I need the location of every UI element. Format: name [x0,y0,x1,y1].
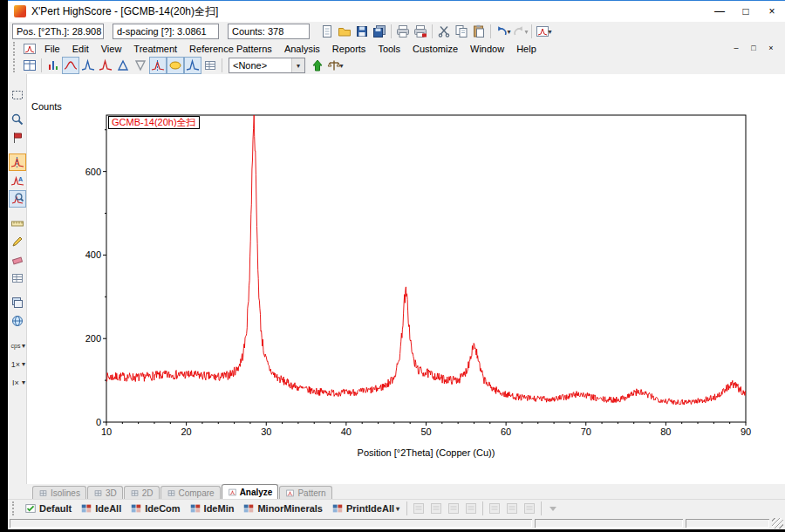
ideall-button[interactable]: IdeAll [76,501,126,516]
svg-text:60: 60 [501,426,511,437]
save-icon[interactable] [353,23,371,40]
toolbar-separator [222,58,222,72]
document-system-icon[interactable] [21,40,38,58]
overflow-icon[interactable] [544,500,562,517]
web-update-icon[interactable] [9,312,26,330]
redo-icon[interactable]: ▾ [511,23,529,40]
menu-file[interactable]: File [38,43,66,55]
undo-icon[interactable]: ▾ [494,23,511,40]
tool-2-icon[interactable] [427,500,445,517]
paste-icon[interactable] [470,23,488,40]
menu-treatment[interactable]: Treatment [127,43,183,55]
magnifier-glyph [10,113,24,126]
erase-icon[interactable] [9,251,26,269]
zoom-in-icon[interactable] [9,111,26,128]
printideall-button[interactable]: PrintIdeAll▾ [327,501,404,516]
tool-3-icon[interactable] [445,500,462,517]
menu-view[interactable]: View [95,43,128,55]
idecom-button[interactable]: IdeCom [126,501,184,516]
close-button[interactable]: × [759,1,785,22]
show-peaks-icon[interactable] [149,57,167,74]
tab-isolines[interactable]: Isolines [32,486,86,499]
peak-list-icon[interactable] [79,57,97,74]
accept-icon[interactable] [309,57,326,74]
dspacing-field[interactable]: d-spacing [?]: 3.0861 [113,24,219,39]
view-toolbar-grip [13,58,17,72]
draw-icon[interactable] [9,233,26,250]
copy-icon[interactable] [453,23,470,40]
svg-text:50: 50 [420,426,431,437]
minorminerals-button[interactable]: MinorMinerals [238,501,327,516]
cps-scale-icon[interactable]: cps▾ [9,337,26,354]
maximize-button[interactable]: □ [733,1,759,22]
tab-pattern[interactable]: Pattern [279,486,331,499]
preset-button-label: Default [39,503,72,514]
mdi-close-button[interactable]: × [764,43,778,54]
preset-button-label: PrintIdeAll [346,503,394,514]
svg-text:A: A [17,176,22,182]
position-field[interactable]: Pos. [°2Th.]: 28.908 [12,24,104,39]
view-tabstrip: Isolines3D2DCompareAnalyzePattern [8,484,785,499]
diffractogram-plot[interactable]: 1020304050607080900200400600 [27,74,785,484]
svg-text:I×: I× [12,379,19,387]
pattern-select-combo[interactable]: <None> ▾ [229,58,305,73]
tab-3d[interactable]: 3D [87,486,123,499]
save-workspace-icon[interactable] [371,23,388,40]
print-icon[interactable] [394,23,412,40]
tool-5-icon[interactable] [486,500,503,517]
counts-field[interactable]: Counts: 378 [228,24,310,39]
x-scale-icon[interactable]: 1×▾ [9,355,26,372]
tab-2d[interactable]: 2D [124,486,160,499]
menu-help[interactable]: Help [510,43,543,55]
tool-4-icon[interactable] [462,500,480,517]
open-icon[interactable] [336,23,353,40]
bars-glyph [46,58,60,72]
tool-6-icon[interactable] [503,500,521,517]
toolbar-separator [406,501,407,515]
mdi-restore-button[interactable]: □ [747,43,761,54]
delta-top-icon[interactable] [114,57,132,74]
menu-reference-patterns[interactable]: Reference Patterns [183,43,278,55]
layers-icon[interactable] [9,294,26,311]
tool-1-icon[interactable] [410,500,427,517]
label-peak-icon[interactable] [9,129,26,147]
weighting-icon[interactable]: ▾ [326,57,344,74]
grid-view-icon[interactable] [9,269,26,287]
new-document-icon[interactable] [318,23,336,40]
documents-view-icon[interactable] [21,57,38,74]
intensity-scale-icon[interactable]: I×▾ [9,373,26,391]
idemin-button[interactable]: IdeMin [185,501,239,516]
delta-bottom-icon[interactable] [132,57,149,74]
default-button[interactable]: Default [20,501,76,516]
peak-mode-icon[interactable] [9,153,26,171]
menu-tools[interactable]: Tools [372,43,406,55]
select-region-icon[interactable] [9,86,26,104]
show-ellipse-icon[interactable] [167,57,184,74]
display-mode-icon[interactable]: ▾ [535,23,552,40]
tab-compare[interactable]: Compare [160,486,221,499]
menu-window[interactable]: Window [464,43,510,55]
smoothing-icon[interactable] [62,57,79,74]
tab-analyze[interactable]: Analyze [222,484,279,499]
toolbar-separator [482,501,483,515]
tool-7-icon[interactable] [521,500,538,517]
resize-grip[interactable] [772,518,783,529]
peak-red-glyph [99,58,113,72]
print-report-icon[interactable] [412,23,429,40]
background-icon[interactable] [97,57,114,74]
mdi-minimize-button[interactable]: – [729,43,743,54]
histogram-icon[interactable] [44,57,62,74]
annotate-icon[interactable]: A [9,172,26,189]
toolbar-separator [391,24,392,38]
menu-analysis[interactable]: Analysis [278,43,326,55]
eraser-glyph [10,253,24,267]
zoom-peak-icon[interactable] [9,190,26,208]
menu-reports[interactable]: Reports [326,43,372,55]
menu-customize[interactable]: Customize [406,43,464,55]
show-profile-icon[interactable] [184,57,201,74]
menu-edit[interactable]: Edit [66,43,95,55]
pattern-table-icon[interactable] [201,57,219,74]
minimize-button[interactable]: — [706,1,733,22]
measure-icon[interactable] [9,215,26,232]
cut-icon[interactable] [435,23,453,40]
